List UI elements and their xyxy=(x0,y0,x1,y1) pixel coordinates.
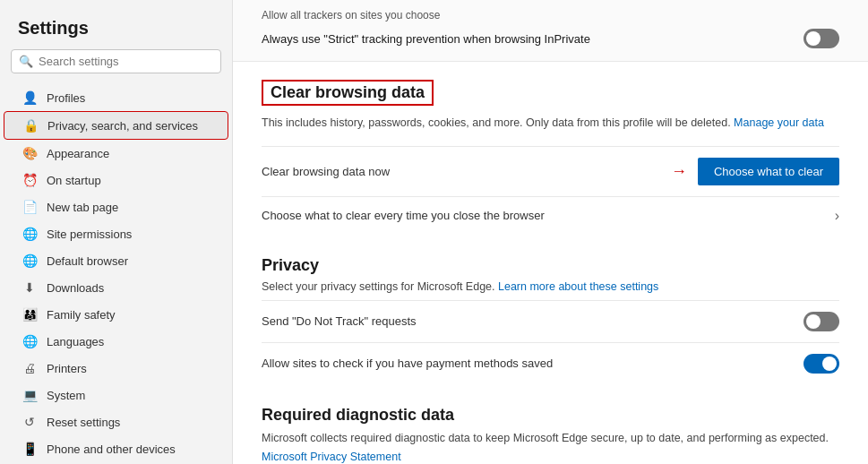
family-icon: 👨‍👩‍👧 xyxy=(21,307,38,322)
appearance-icon: 🎨 xyxy=(21,146,38,160)
clear-everytime-row[interactable]: Choose what to clear every time you clos… xyxy=(262,196,839,235)
downloads-icon: ⬇ xyxy=(21,280,38,295)
dnt-row: Send "Do Not Track" requests xyxy=(262,300,839,342)
sidebar-item-printers[interactable]: 🖨 Printers xyxy=(4,355,228,382)
main-content: Allow all trackers on sites you choose A… xyxy=(233,0,868,464)
required-desc-text: Microsoft collects required diagnostic d… xyxy=(262,432,829,444)
sidebar-item-label: Default browser xyxy=(47,254,128,268)
sidebar-item-family-safety[interactable]: 👨‍👩‍👧 Family safety xyxy=(4,301,228,328)
sidebar-item-label: Reset settings xyxy=(47,416,120,429)
sidebar-item-profiles[interactable]: 👤 Profiles xyxy=(4,84,228,111)
clear-now-actions: → Choose what to clear xyxy=(671,158,839,185)
toggle-slider xyxy=(804,29,839,48)
content-body: Clear browsing data This includes histor… xyxy=(233,62,868,464)
sidebar-item-downloads[interactable]: ⬇ Downloads xyxy=(4,274,228,301)
payment-label: Allow sites to check if you have payment… xyxy=(262,357,553,370)
inprivate-toggle-row: Always use "Strict" tracking prevention … xyxy=(262,21,839,52)
payment-toggle[interactable] xyxy=(804,354,839,374)
phone-icon: 📱 xyxy=(21,442,38,456)
sidebar-item-default-browser[interactable]: 🌐 Default browser xyxy=(4,247,228,274)
sidebar-item-reset[interactable]: ↺ Reset settings xyxy=(4,408,228,435)
sidebar-item-label: New tab page xyxy=(47,201,118,214)
sidebar-item-site-permissions[interactable]: 🌐 Site permissions xyxy=(4,220,228,247)
system-icon: 💻 xyxy=(21,388,38,402)
inprivate-toggle[interactable] xyxy=(804,29,839,48)
printers-icon: 🖨 xyxy=(21,361,38,375)
sidebar-item-label: Phone and other devices xyxy=(47,443,176,456)
clear-browsing-desc-text: This includes history, passwords, cookie… xyxy=(262,116,731,129)
clear-everytime-label: Choose what to clear every time you clos… xyxy=(262,209,545,222)
sidebar-item-privacy[interactable]: 🔒 Privacy, search, and services xyxy=(4,111,228,140)
sidebar-item-label: Site permissions xyxy=(47,228,132,241)
startup-icon: ⏰ xyxy=(21,173,38,187)
privacy-desc-text: Select your privacy settings for Microso… xyxy=(262,280,495,293)
sidebar-item-label: Family safety xyxy=(47,308,116,322)
sidebar-item-label: On startup xyxy=(47,174,101,187)
dnt-toggle-slider xyxy=(804,312,839,331)
learn-more-link[interactable]: Learn more about these settings xyxy=(498,280,658,293)
inprivate-label: Always use "Strict" tracking prevention … xyxy=(262,32,590,46)
dnt-label: Send "Do Not Track" requests xyxy=(262,314,417,328)
profile-icon: 👤 xyxy=(21,90,38,105)
manage-data-link[interactable]: Manage your data xyxy=(734,116,824,129)
sidebar-item-appearance[interactable]: 🎨 Appearance xyxy=(4,140,228,167)
sidebar-title: Settings xyxy=(0,11,232,49)
sidebar: Settings 🔍 👤 Profiles 🔒 Privacy, search,… xyxy=(0,0,233,464)
sidebar-item-label: Profiles xyxy=(47,91,85,105)
lock-icon: 🔒 xyxy=(22,118,39,133)
sidebar-item-label: Downloads xyxy=(47,281,104,295)
dnt-toggle[interactable] xyxy=(804,312,839,331)
search-icon: 🔍 xyxy=(19,55,33,68)
required-diagnostic-desc: Microsoft collects required diagnostic d… xyxy=(262,430,839,464)
sidebar-item-label: Languages xyxy=(47,335,104,348)
privacy-statement-link[interactable]: Microsoft Privacy Statement xyxy=(262,449,839,465)
privacy-desc: Select your privacy settings for Microso… xyxy=(262,280,839,293)
payment-toggle-slider xyxy=(804,354,839,374)
tracking-snippet: Allow all trackers on sites you choose A… xyxy=(233,0,868,62)
sidebar-item-languages[interactable]: 🌐 Languages xyxy=(4,328,228,355)
clear-now-label: Clear browsing data now xyxy=(262,165,390,178)
clear-browsing-desc: This includes history, passwords, cookie… xyxy=(262,115,839,132)
required-diagnostic-heading: Required diagnostic data xyxy=(262,406,839,425)
sidebar-item-on-startup[interactable]: ⏰ On startup xyxy=(4,167,228,193)
search-box: 🔍 xyxy=(11,49,221,73)
sidebar-item-new-tab[interactable]: 📄 New tab page xyxy=(4,193,228,220)
sidebar-item-system[interactable]: 💻 System xyxy=(4,382,228,408)
clear-now-row: Clear browsing data now → Choose what to… xyxy=(262,146,839,196)
sidebar-item-label: Privacy, search, and services xyxy=(47,119,198,133)
languages-icon: 🌐 xyxy=(21,334,38,348)
trackers-subtitle: Allow all trackers on sites you choose xyxy=(262,9,839,21)
clear-browsing-title-box: Clear browsing data xyxy=(262,80,434,106)
search-input[interactable] xyxy=(39,55,213,68)
chevron-right-icon: › xyxy=(835,208,839,224)
sidebar-item-label: System xyxy=(47,389,85,402)
reset-icon: ↺ xyxy=(21,415,38,429)
sidebar-item-phone[interactable]: 📱 Phone and other devices xyxy=(4,435,228,462)
payment-row: Allow sites to check if you have payment… xyxy=(262,342,839,384)
arrow-right-icon: → xyxy=(671,162,687,181)
choose-what-to-clear-button[interactable]: Choose what to clear xyxy=(698,158,839,185)
sidebar-item-label: Printers xyxy=(47,362,87,375)
privacy-heading: Privacy xyxy=(262,256,839,275)
sidebar-item-label: Appearance xyxy=(47,147,109,160)
newtab-icon: 📄 xyxy=(21,200,38,214)
site-permissions-icon: 🌐 xyxy=(21,227,38,241)
clear-browsing-title: Clear browsing data xyxy=(271,83,425,102)
default-browser-icon: 🌐 xyxy=(21,253,38,268)
